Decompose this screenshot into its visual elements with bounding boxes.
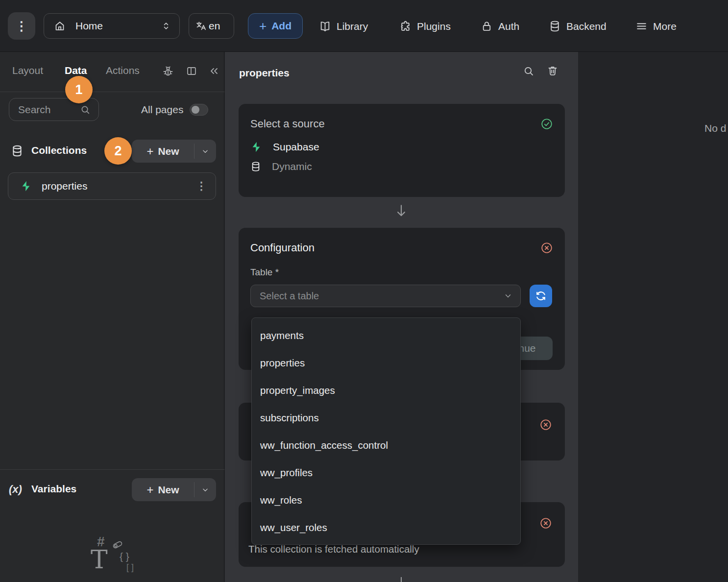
step-badge-2: 2 (104, 137, 132, 165)
table-option[interactable]: subscriptions (252, 404, 520, 432)
nav-plugins[interactable]: Plugins (399, 20, 451, 33)
tab-actions[interactable]: Actions (106, 65, 140, 76)
debug-bug-icon[interactable] (162, 65, 174, 77)
chevron-down-icon (504, 291, 512, 300)
variables-x-icon: (x) (9, 483, 22, 496)
table-select-placeholder: Select a table (260, 291, 319, 302)
source-option-supabase[interactable]: Supabase (250, 141, 319, 153)
table-option[interactable]: property_images (252, 377, 520, 404)
search-icon (80, 104, 91, 115)
new-variable-dropdown[interactable] (194, 478, 216, 501)
collapse-sidebar-icon[interactable] (208, 65, 220, 77)
sidebar-divider (0, 92, 224, 92)
collections-database-icon (11, 145, 24, 157)
text-glyph: T (91, 545, 108, 574)
fetched-automatically-note: This collection is fetched automatically (248, 543, 419, 555)
page-selector-label: Home (75, 20, 103, 32)
source-option-dynamic[interactable]: Dynamic (250, 161, 312, 172)
variables-divider (0, 469, 224, 470)
collection-editor-panel: properties Select a source Supabase (225, 52, 578, 582)
page-selector[interactable]: Home (44, 13, 180, 39)
app-root: ⋮ Home en + Add Library (0, 0, 728, 582)
translate-icon (195, 21, 206, 31)
canvas-clipped-text: No d (704, 122, 726, 134)
book-icon (319, 20, 331, 32)
nav-auth[interactable]: Auth (481, 20, 519, 33)
x-circle-icon (540, 242, 553, 254)
toggle-knob (192, 106, 199, 114)
chevron-updown-icon (161, 21, 171, 31)
kebab-icon: ⋮ (15, 19, 28, 34)
flow-arrow-stub (401, 577, 402, 582)
plus-icon: + (146, 484, 153, 496)
table-option[interactable]: ww_roles (252, 486, 520, 514)
split-panel-icon[interactable] (186, 65, 197, 77)
top-toolbar: ⋮ Home en + Add Library (0, 0, 728, 52)
step-badge-1: 1 (65, 76, 93, 103)
nav-more[interactable]: More (635, 20, 677, 33)
main-menu-button[interactable]: ⋮ (8, 12, 35, 40)
select-source-card: Select a source Supabase Dynamic (239, 104, 565, 197)
left-sidebar: Layout Data Actions 1 All pages (0, 52, 224, 582)
variables-empty-state-art: # T { } [ ] (0, 530, 224, 582)
table-option[interactable]: payments (252, 322, 520, 349)
braces-glyph: { } (120, 551, 129, 562)
database-icon (549, 20, 561, 32)
panel-trash-icon[interactable] (547, 65, 558, 76)
configuration-card-title: Configuration (250, 242, 315, 254)
chevron-down-icon (201, 485, 210, 494)
puzzle-icon (399, 20, 412, 32)
x-circle-icon (539, 418, 552, 431)
all-pages-toggle[interactable] (190, 104, 208, 116)
new-collection-button[interactable]: +New (132, 140, 216, 163)
table-option[interactable]: properties (252, 349, 520, 377)
variables-title: Variables (31, 483, 76, 495)
new-collection-dropdown[interactable] (194, 140, 216, 163)
editor-canvas[interactable]: No d (578, 52, 728, 582)
all-pages-control: All pages (141, 104, 208, 116)
language-label: en (209, 20, 220, 32)
refresh-tables-button[interactable] (530, 285, 552, 307)
all-pages-label: All pages (141, 104, 183, 116)
collection-name: properties (42, 180, 87, 192)
collections-title: Collections (31, 145, 87, 156)
language-selector[interactable]: en (189, 13, 234, 39)
refresh-icon (535, 290, 547, 302)
table-field-label: Table * (250, 267, 279, 278)
lock-icon (481, 20, 493, 32)
plus-icon: + (259, 20, 267, 32)
x-circle-icon (539, 517, 552, 530)
hamburger-icon (635, 20, 648, 32)
table-option[interactable]: ww_function_access_control (252, 432, 520, 459)
new-variable-button[interactable]: +New (132, 478, 216, 501)
nav-library[interactable]: Library (319, 20, 368, 33)
flow-down-arrow-icon (394, 203, 409, 218)
check-circle-icon (540, 118, 553, 130)
plus-icon: + (146, 146, 153, 157)
tab-data[interactable]: Data (65, 65, 87, 76)
brackets-glyph: [ ] (126, 562, 134, 573)
tab-layout[interactable]: Layout (12, 65, 43, 76)
nav-backend[interactable]: Backend (549, 20, 607, 33)
variables-section-header: (x) Variables +New (0, 478, 224, 501)
source-card-title: Select a source (250, 118, 325, 130)
panel-search-icon[interactable] (523, 65, 534, 77)
supabase-bolt-icon (250, 141, 262, 153)
database-icon (250, 161, 261, 172)
table-option[interactable]: ww_profiles (252, 459, 520, 486)
collection-kebab-icon[interactable]: ⋮ (196, 180, 207, 193)
search-input[interactable] (18, 104, 80, 116)
table-select[interactable]: Select a table (250, 285, 521, 307)
table-option[interactable]: ww_user_roles (252, 514, 520, 541)
chevron-down-icon (201, 147, 210, 156)
collection-title: properties (239, 67, 290, 79)
add-button[interactable]: + Add (248, 13, 303, 39)
table-options-dropdown: payments properties property_images subs… (251, 317, 521, 545)
home-icon (54, 20, 66, 32)
supabase-bolt-icon (20, 180, 32, 192)
collection-item-properties[interactable]: properties ⋮ (8, 172, 216, 200)
